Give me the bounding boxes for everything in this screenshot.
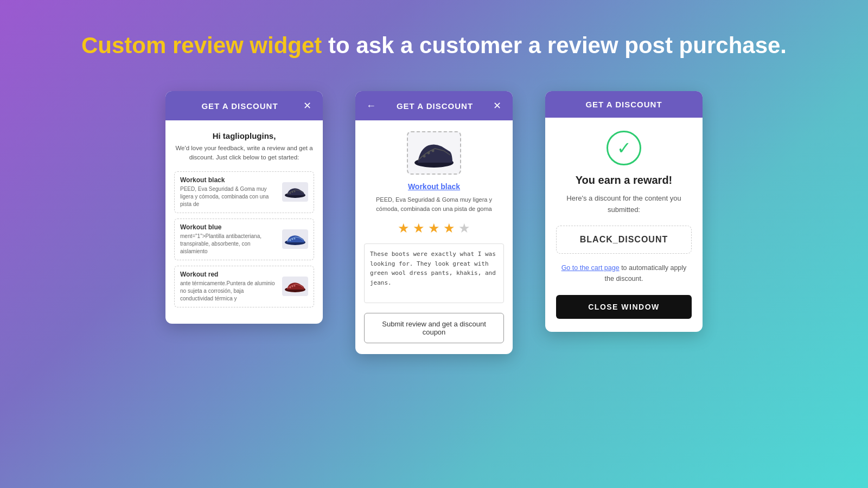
stars-row: ★ ★ ★ ★ ★ xyxy=(364,221,504,236)
product-info-black: Workout black PEED, Eva Seguridad & Goma… xyxy=(180,176,278,208)
reward-desc: Here's a discount for the content you su… xyxy=(556,193,692,216)
shoe-icon-black xyxy=(284,184,307,200)
widget1-close-icon[interactable]: ✕ xyxy=(303,100,312,112)
reward-checkmark-icon: ✓ xyxy=(607,131,641,165)
widget1-title: GET A DISCOUNT xyxy=(176,101,303,111)
widget2-back-icon[interactable]: ← xyxy=(366,100,376,112)
greeting-desc: We'd love your feedback, write a review … xyxy=(174,144,314,163)
page-title-rest: to ask a customer a review post purchase… xyxy=(322,33,787,58)
product-info-red: Workout red ante térmicamente.Puntera de… xyxy=(180,271,278,303)
svg-point-13 xyxy=(423,155,426,158)
product-info-blue: Workout blue ment="1">Plantilla antibact… xyxy=(180,223,278,255)
svg-point-9 xyxy=(290,287,291,288)
widget2-product-image xyxy=(407,131,461,175)
widget2-body: Workout black PEED, Eva Seguridad & Goma… xyxy=(355,120,513,354)
widget2-header: ← GET A DISCOUNT ✕ xyxy=(355,91,513,120)
widget2-product-name[interactable]: Workout black xyxy=(364,182,504,191)
svg-point-7 xyxy=(294,238,296,240)
product-name-black: Workout black xyxy=(180,176,278,184)
widget1-body: Hi taglioplugins, We'd love your feedbac… xyxy=(165,120,323,324)
widget3-title: GET A DISCOUNT xyxy=(556,100,692,109)
widget-review-form: ← GET A DISCOUNT ✕ Workout black xyxy=(355,91,513,354)
svg-point-2 xyxy=(292,191,293,193)
greeting-name: Hi taglioplugins, xyxy=(174,131,314,140)
product-item-blue[interactable]: Workout blue ment="1">Plantilla antibact… xyxy=(174,219,314,260)
svg-point-3 xyxy=(294,191,296,192)
widget2-shoe-svg xyxy=(412,137,456,169)
submit-review-button[interactable]: Submit review and get a discount coupon xyxy=(364,313,504,343)
widget3-body: ✓ You earn a reward! Here's a discount f… xyxy=(545,118,703,332)
star-1[interactable]: ★ xyxy=(398,221,410,236)
close-window-button[interactable]: CLOSE WINDOW xyxy=(556,295,692,319)
cart-link-text: Go to the cart page to automatically app… xyxy=(556,262,692,284)
svg-point-6 xyxy=(292,239,293,240)
product-name-red: Workout red xyxy=(180,271,278,278)
page-title-highlight: Custom review widget xyxy=(81,33,322,58)
product-item-black[interactable]: Workout black PEED, Eva Seguridad & Goma… xyxy=(174,171,314,213)
star-5[interactable]: ★ xyxy=(458,221,470,236)
widget1-greeting: Hi taglioplugins, We'd love your feedbac… xyxy=(174,131,314,163)
widget3-header: GET A DISCOUNT xyxy=(545,91,703,118)
product-desc-black: PEED, Eva Seguridad & Goma muy ligera y … xyxy=(180,185,278,208)
svg-point-10 xyxy=(292,286,293,287)
widget-product-list: GET A DISCOUNT ✕ Hi taglioplugins, We'd … xyxy=(165,91,323,324)
shoe-icon-blue xyxy=(284,232,307,247)
coupon-code: BLACK_DISCOUNT xyxy=(556,226,692,254)
svg-point-5 xyxy=(290,240,291,241)
reward-title: You earn a reward! xyxy=(556,174,692,187)
widgets-row: GET A DISCOUNT ✕ Hi taglioplugins, We'd … xyxy=(165,91,703,354)
page-heading: Custom review widget to ask a customer a… xyxy=(81,33,787,59)
widget2-close-icon[interactable]: ✕ xyxy=(493,100,502,112)
svg-point-1 xyxy=(290,192,291,194)
review-textarea[interactable]: These boots were exactly what I was look… xyxy=(364,243,504,303)
product-image-blue xyxy=(282,229,308,249)
star-3[interactable]: ★ xyxy=(428,221,440,236)
product-name-blue: Workout blue xyxy=(180,223,278,231)
star-4[interactable]: ★ xyxy=(443,221,455,236)
product-desc-red: ante térmicamente.Puntera de aluminio no… xyxy=(180,280,278,303)
product-image-black xyxy=(282,182,308,202)
shoe-icon-red xyxy=(284,279,307,294)
svg-point-15 xyxy=(432,150,435,152)
product-item-red[interactable]: Workout red ante térmicamente.Puntera de… xyxy=(174,266,314,307)
star-2[interactable]: ★ xyxy=(413,221,425,236)
svg-point-14 xyxy=(427,152,430,155)
product-image-red xyxy=(282,277,308,296)
widget1-header: GET A DISCOUNT ✕ xyxy=(165,91,323,120)
widget2-title: GET A DISCOUNT xyxy=(376,101,493,111)
product-desc-blue: ment="1">Plantilla antibacteriana, trans… xyxy=(180,233,278,255)
svg-point-11 xyxy=(294,285,296,287)
widget-reward: GET A DISCOUNT ✓ You earn a reward! Here… xyxy=(545,91,703,332)
widget2-image-container xyxy=(364,131,504,175)
widget2-product-desc: PEED, Eva Seguridad & Goma muy ligera y … xyxy=(364,195,504,213)
cart-link[interactable]: Go to the cart page xyxy=(561,264,620,272)
